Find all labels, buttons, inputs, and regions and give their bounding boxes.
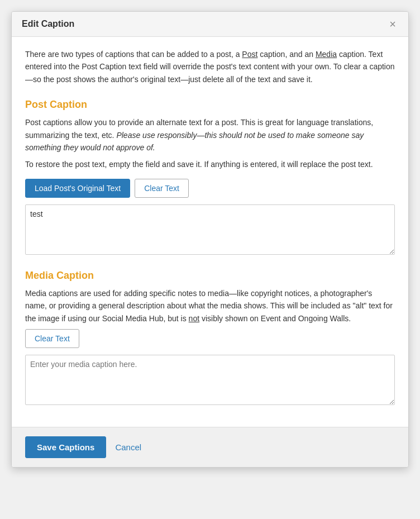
post-caption-btn-group: Load Post's Original Text Clear Text bbox=[25, 179, 395, 198]
media-caption-description: Media captions are used for adding speci… bbox=[25, 287, 395, 325]
post-caption-note: To restore the post text, empty the fiel… bbox=[25, 158, 395, 170]
modal-header: Edit Caption × bbox=[12, 12, 408, 37]
media-caption-btn-group: Clear Text bbox=[25, 329, 395, 348]
media-caption-textarea[interactable] bbox=[25, 355, 395, 405]
post-caption-description: Post captions allow you to provide an al… bbox=[25, 116, 395, 154]
modal-title: Edit Caption bbox=[22, 19, 74, 29]
media-caption-clear-button[interactable]: Clear Text bbox=[25, 329, 79, 348]
intro-text: There are two types of captions that can… bbox=[25, 48, 395, 85]
not-text: not bbox=[189, 314, 199, 323]
save-captions-button[interactable]: Save Captions bbox=[25, 436, 106, 458]
post-caption-title: Post Caption bbox=[25, 99, 395, 111]
post-link[interactable]: Post bbox=[242, 50, 257, 59]
edit-caption-modal: Edit Caption × There are two types of ca… bbox=[11, 11, 409, 468]
load-original-text-button[interactable]: Load Post's Original Text bbox=[25, 179, 130, 198]
modal-footer: Save Captions Cancel bbox=[12, 427, 408, 467]
modal-body: There are two types of captions that can… bbox=[12, 37, 408, 427]
post-caption-section: Post Caption Post captions allow you to … bbox=[25, 99, 395, 256]
close-button[interactable]: × bbox=[387, 18, 398, 30]
cancel-button[interactable]: Cancel bbox=[113, 437, 144, 458]
post-caption-textarea[interactable]: test bbox=[25, 204, 395, 255]
media-caption-section: Media Caption Media captions are used fo… bbox=[25, 270, 395, 407]
post-caption-clear-button[interactable]: Clear Text bbox=[135, 179, 189, 198]
post-caption-warning: Please use responsibly—this should not b… bbox=[25, 131, 364, 152]
media-caption-title: Media Caption bbox=[25, 270, 395, 282]
media-link[interactable]: Media bbox=[316, 50, 337, 59]
